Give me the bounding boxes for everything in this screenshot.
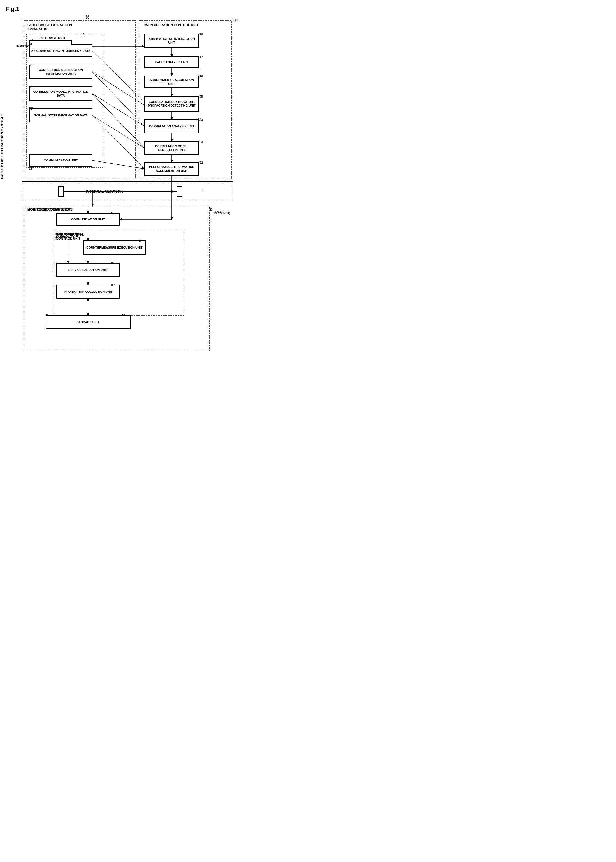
normal-state-label: NORMAL-STATE INFORMATION DATA [34, 113, 88, 117]
corr-analysis-label: CORRELATION ANALYSIS UNIT [149, 124, 194, 128]
system-label: FAULT CAUSE EXTRACTION SYSTEM 1 [0, 70, 4, 179]
internal-network-label: INTERNAL NETWORK [86, 189, 123, 194]
abnormality-calc-box: ABNORMALITY CALCULATION UNIT [145, 76, 199, 88]
svg-line-45 [92, 51, 145, 102]
monitored-computers-label: MONITORED COMPUTERS [27, 207, 72, 211]
svg-rect-54 [22, 185, 233, 186]
countermeasure-label: COUNTERMEASURE EXECUTION UNIT [86, 246, 142, 249]
ref-53: 53 [111, 212, 115, 215]
fault-analysis-box: FAULT ANALYSIS UNIT [145, 57, 199, 68]
main-op-ctrl-bot-label: MAIN OPERATIONCONTROL UNIT [55, 232, 82, 239]
analysis-setting-label: ANALYSIS SETTING INFORMATION DATA [31, 49, 90, 53]
ref-34: 34 [29, 43, 32, 46]
ref-52: 52 [122, 314, 126, 317]
abnormality-calc-label: ABNORMALITY CALCULATION UNIT [146, 78, 197, 86]
svg-point-60 [171, 191, 173, 192]
svg-rect-57 [177, 187, 182, 196]
svg-line-48 [92, 94, 145, 126]
fault-analysis-label: FAULT ANALYSIS UNIT [156, 60, 189, 64]
comm-unit-bottom-label: COMMUNICATION UNIT [71, 217, 105, 221]
admin-interaction-label: ADMINISTRATOR INTERACTION UNIT [146, 37, 197, 45]
service-exec-label: SERVICE EXECUTION UNIT [68, 268, 108, 272]
ref-2: 2 [209, 207, 211, 210]
corr-dest-prop-box: CORRELATION-DESTRUCTION -PROPAGATION DET… [145, 96, 199, 111]
svg-line-47 [92, 72, 145, 126]
corr-dest-info-label: CORRELATION DESTRUCTION INFORMATION DATA [31, 68, 91, 76]
svg-text:FAULT CAUSE EXTRACTION: FAULT CAUSE EXTRACTION [27, 23, 72, 27]
comm-unit-bottom-box: COMMUNICATION UNIT [57, 213, 119, 225]
ref-33: 33 [29, 63, 32, 66]
ref-63: 63 [138, 239, 142, 242]
service-exec-box: SERVICE EXECUTION UNIT [57, 263, 119, 277]
storage-unit-bottom-box: STORAGE UNIT [46, 315, 130, 329]
svg-line-51 [92, 115, 145, 169]
corr-model-info-box: CORRELATION MODEL INFORMATION DATA [30, 87, 92, 100]
ref-23: 23 [198, 140, 201, 143]
ref-32: 32 [29, 85, 32, 88]
ref-31: 31 [29, 107, 32, 110]
fig-title: Fig.1 [5, 5, 240, 13]
ref-22: 22 [198, 161, 201, 164]
ref-3: 3 [202, 189, 203, 192]
ref-27: 27 [198, 55, 201, 58]
ref-28: 28 [198, 32, 201, 35]
svg-text:MAIN OPERATION CONTROL UNIT: MAIN OPERATION CONTROL UNIT [145, 23, 199, 27]
ref-2-label: (2A,2B,2C···) [212, 211, 229, 214]
corr-analysis-box: CORRELATION ANALYSIS UNIT [145, 120, 199, 133]
svg-rect-56 [58, 187, 63, 196]
info-collection-box: INFORMATION COLLECTION UNIT [57, 285, 119, 298]
ref-62: 62 [111, 283, 115, 287]
ref-25: 25 [198, 95, 201, 98]
svg-rect-66 [24, 206, 209, 351]
svg-text:STORAGE UNIT: STORAGE UNIT [41, 36, 66, 40]
svg-line-49 [92, 94, 145, 148]
svg-line-53 [92, 94, 145, 148]
comm-unit-top-label: COMMUNICATION UNIT [44, 159, 78, 162]
svg-line-46 [92, 72, 145, 105]
ref-26: 26 [198, 74, 201, 77]
corr-dest-prop-label: CORRELATION-DESTRUCTION -PROPAGATION DET… [146, 100, 197, 108]
svg-text:APPARATUS: APPARATUS [27, 27, 47, 31]
perf-info-accum-label: PERFORMANCE INFORMATION ACCUMULATION UNI… [146, 165, 197, 173]
admin-interaction-box: ADMINISTRATOR INTERACTION UNIT [145, 34, 199, 47]
ref-13: 13 [29, 167, 32, 170]
countermeasure-box: COUNTERMEASURE EXECUTION UNIT [83, 241, 146, 254]
ref-24: 24 [198, 118, 201, 121]
svg-rect-55 [22, 184, 233, 200]
comm-unit-top-box: COMMUNICATION UNIT [30, 154, 92, 166]
storage-unit-bottom-label: STORAGE UNIT [77, 320, 99, 324]
info-collection-label: INFORMATION COLLECTION UNIT [63, 290, 113, 293]
corr-model-info-label: CORRELATION MODEL INFORMATION DATA [31, 90, 91, 98]
corr-dest-info-box: CORRELATION DESTRUCTION INFORMATION DATA [30, 65, 92, 79]
normal-state-box: NORMAL-STATE INFORMATION DATA [30, 109, 92, 122]
analysis-setting-box: ANALYSIS SETTING INFORMATION DATA [30, 45, 92, 57]
corr-model-gen-box: CORRELATION MODEL GENERATION UNIT [145, 141, 199, 155]
svg-line-50 [92, 115, 145, 148]
ref-11: 11 [233, 19, 237, 22]
ref-12: 12 [81, 33, 85, 36]
ref-61: 61 [111, 261, 115, 265]
ref-51: 51 [45, 314, 49, 317]
svg-line-52 [92, 161, 145, 169]
ref-10: 10 [86, 16, 89, 19]
perf-info-accum-box: PERFORMANCE INFORMATION ACCUMULATION UNI… [145, 162, 199, 176]
corr-model-gen-label: CORRELATION MODEL GENERATION UNIT [146, 144, 197, 152]
